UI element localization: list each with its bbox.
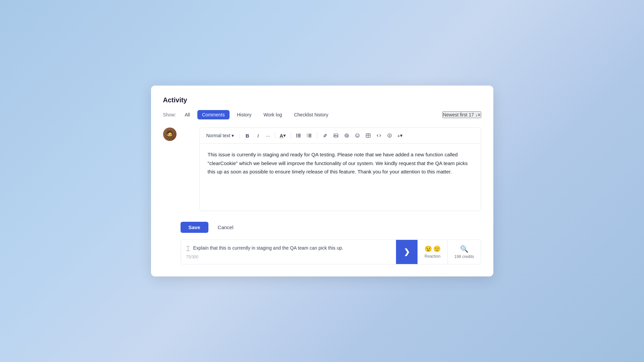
svg-point-24: [389, 134, 390, 135]
text-format-label: Normal text: [206, 133, 231, 138]
ai-text-content: ⌶ Explain that this is currently in stag…: [186, 245, 391, 252]
toolbar-separator-4: [317, 132, 317, 139]
activity-card: Activity Show: All Comments History Work…: [151, 86, 493, 276]
plus-chevron-icon: ▾: [400, 133, 403, 139]
color-chevron-icon: ▾: [283, 133, 286, 139]
tab-worklog[interactable]: Work log: [259, 110, 287, 119]
tab-bar: Show: All Comments History Work log Chec…: [163, 110, 333, 119]
tab-checklist-history[interactable]: Checklist history: [289, 110, 333, 119]
info-button[interactable]: [385, 131, 395, 141]
numbered-list-button[interactable]: 1. 2. 3.: [304, 131, 314, 141]
tab-all[interactable]: All: [180, 110, 195, 119]
reaction-label: Reaction: [425, 254, 440, 259]
editor-toolbar: Normal text ▾ B I ··· A ▾: [200, 128, 481, 144]
svg-rect-12: [334, 134, 338, 137]
insert-group: + ▾: [320, 131, 405, 141]
comment-row: 🧔 Normal text ▾ B I ··· A: [163, 127, 481, 216]
numbered-list-icon: 1. 2. 3.: [307, 133, 312, 138]
svg-point-17: [356, 135, 357, 136]
ai-text-icon: ⌶: [186, 245, 190, 252]
svg-text:3.: 3.: [307, 136, 308, 138]
avatar-image: 🧔: [163, 127, 177, 141]
sort-icon: ↓≡: [475, 112, 480, 117]
sort-label: Newest first: [443, 112, 467, 117]
text-format-dropdown[interactable]: Normal text ▾: [204, 132, 237, 140]
ai-text-area: ⌶ Explain that this is currently in stag…: [181, 240, 396, 264]
plus-button[interactable]: + ▾: [395, 131, 405, 141]
svg-point-0: [296, 134, 297, 135]
chevron-down-icon: ▾: [232, 133, 234, 138]
sad-reaction-icon[interactable]: 😟: [425, 245, 432, 253]
link-button[interactable]: [320, 131, 330, 141]
svg-point-2: [296, 137, 297, 138]
ai-send-button[interactable]: ❯: [396, 240, 417, 264]
svg-point-15: [346, 135, 347, 137]
ai-counter: 75/300: [186, 255, 391, 259]
svg-rect-5: [298, 137, 301, 137]
happy-reaction-icon[interactable]: 🙂: [433, 245, 441, 253]
italic-button[interactable]: I: [253, 131, 263, 141]
formatting-group: B I ···: [242, 131, 272, 141]
save-button[interactable]: Save: [181, 222, 208, 233]
ai-credits: 🔍 198 credits: [447, 240, 481, 264]
svg-point-18: [358, 135, 358, 136]
credits-label: 198 credits: [454, 254, 474, 259]
bullet-list-icon: [296, 133, 301, 138]
text-color-button[interactable]: A ▾: [278, 131, 288, 141]
tab-comments[interactable]: Comments: [197, 110, 230, 119]
emoji-button[interactable]: [352, 131, 362, 141]
toolbar-separator-2: [275, 132, 275, 139]
toolbar-separator-1: [239, 132, 240, 139]
info-icon: [387, 133, 392, 138]
svg-point-16: [355, 134, 359, 138]
editor-content[interactable]: This issue is currently in staging and r…: [200, 144, 481, 211]
table-icon: [365, 133, 371, 138]
action-bar: Save Cancel: [181, 222, 481, 233]
show-label: Show:: [163, 112, 176, 117]
send-chevron-icon: ❯: [404, 248, 410, 256]
table-button[interactable]: [363, 131, 373, 141]
mention-icon: [344, 133, 349, 138]
tab-history[interactable]: History: [232, 110, 256, 119]
code-icon: [376, 133, 382, 138]
cancel-button[interactable]: Cancel: [212, 222, 239, 233]
svg-rect-3: [298, 134, 301, 135]
svg-point-14: [345, 134, 348, 138]
code-button[interactable]: [374, 131, 384, 141]
color-group: A ▾: [278, 131, 288, 141]
svg-rect-10: [308, 135, 311, 136]
image-icon: [333, 133, 339, 138]
emoji-icon: [355, 133, 360, 138]
bold-button[interactable]: B: [242, 131, 252, 141]
sort-count: 17: [469, 112, 474, 117]
sort-button[interactable]: Newest first 17 ↓≡: [442, 111, 481, 118]
ai-suggestion-bar: ⌶ Explain that this is currently in stag…: [181, 240, 481, 264]
editor-area: Normal text ▾ B I ··· A ▾: [199, 127, 481, 211]
svg-rect-9: [308, 134, 311, 135]
credits-icon: 🔍: [460, 245, 468, 253]
svg-rect-11: [308, 137, 311, 137]
list-group: 1. 2. 3.: [294, 131, 314, 141]
svg-rect-4: [298, 135, 301, 136]
image-button[interactable]: [331, 131, 341, 141]
show-bar: Show: All Comments History Work log Chec…: [163, 110, 481, 119]
bullet-list-button[interactable]: [294, 131, 304, 141]
page-title: Activity: [163, 96, 481, 104]
toolbar-separator-3: [291, 132, 291, 139]
mention-button[interactable]: [342, 131, 352, 141]
avatar: 🧔: [163, 127, 177, 141]
ai-reaction: 😟 🙂 Reaction: [417, 240, 447, 264]
ai-suggestion-text[interactable]: Explain that this is currently in stagin…: [193, 245, 343, 252]
link-icon: [323, 133, 328, 138]
more-button[interactable]: ···: [264, 131, 272, 141]
reaction-icons: 😟 🙂: [425, 245, 441, 253]
svg-point-1: [296, 135, 297, 136]
